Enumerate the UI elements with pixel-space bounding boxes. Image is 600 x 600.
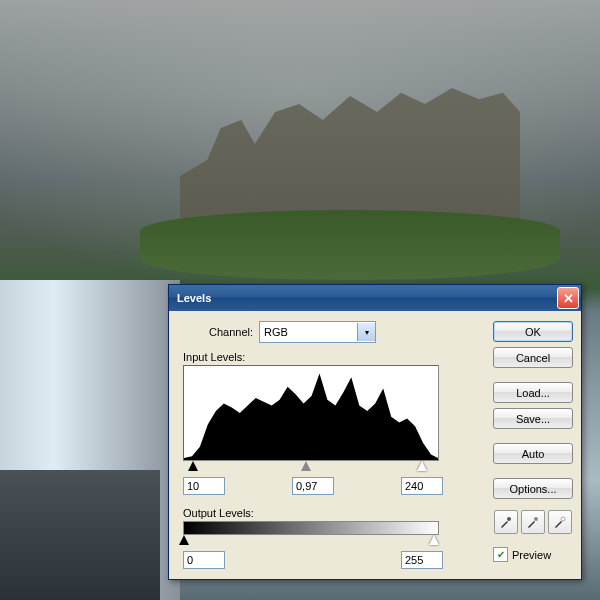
input-white-slider[interactable] (417, 461, 427, 471)
input-mid-field[interactable] (292, 477, 334, 495)
svg-point-2 (534, 517, 538, 521)
titlebar[interactable]: Levels ✕ (169, 285, 581, 311)
input-values-row (183, 477, 443, 495)
histogram (183, 365, 439, 461)
svg-point-3 (561, 517, 565, 521)
auto-button[interactable]: Auto (493, 443, 573, 464)
ok-button[interactable]: OK (493, 321, 573, 342)
eyedropper-row (493, 510, 573, 534)
svg-marker-0 (184, 374, 438, 461)
channel-label: Channel: (209, 326, 253, 338)
output-values-row (183, 551, 443, 569)
input-levels-label: Input Levels: (183, 351, 485, 363)
save-button[interactable]: Save... (493, 408, 573, 429)
levels-dialog: Levels ✕ Channel: RGB ▾ Input Levels: (168, 284, 582, 580)
dialog-body: Channel: RGB ▾ Input Levels: (169, 311, 581, 579)
output-black-field[interactable] (183, 551, 225, 569)
channel-value: RGB (260, 326, 357, 338)
output-black-slider[interactable] (179, 535, 189, 545)
eyedropper-black[interactable] (494, 510, 518, 534)
channel-dropdown[interactable]: RGB ▾ (259, 321, 376, 343)
channel-row: Channel: RGB ▾ (179, 321, 485, 343)
options-button[interactable]: Options... (493, 478, 573, 499)
grass-shape (140, 210, 560, 280)
input-slider-track (183, 461, 437, 475)
output-levels-label: Output Levels: (183, 507, 485, 519)
output-white-field[interactable] (401, 551, 443, 569)
left-panel: Channel: RGB ▾ Input Levels: (179, 321, 485, 569)
eyedropper-icon (526, 515, 540, 529)
close-button[interactable]: ✕ (557, 287, 579, 309)
rock-shape (0, 470, 160, 600)
right-panel: OK Cancel Load... Save... Auto Options..… (493, 321, 573, 569)
load-button[interactable]: Load... (493, 382, 573, 403)
svg-point-1 (507, 517, 511, 521)
preview-label: Preview (512, 549, 551, 561)
preview-row: ✔ Preview (493, 547, 573, 562)
close-icon: ✕ (563, 291, 574, 306)
eyedropper-gray[interactable] (521, 510, 545, 534)
eyedropper-icon (553, 515, 567, 529)
input-black-field[interactable] (183, 477, 225, 495)
cancel-button[interactable]: Cancel (493, 347, 573, 368)
dialog-title: Levels (177, 292, 557, 304)
preview-checkbox[interactable]: ✔ (493, 547, 508, 562)
eyedropper-white[interactable] (548, 510, 572, 534)
output-slider-track (183, 535, 437, 549)
input-white-field[interactable] (401, 477, 443, 495)
input-black-slider[interactable] (188, 461, 198, 471)
output-white-slider[interactable] (429, 535, 439, 545)
chevron-down-icon: ▾ (357, 323, 375, 341)
histogram-chart (184, 366, 438, 460)
output-gradient (183, 521, 439, 535)
eyedropper-icon (499, 515, 513, 529)
input-mid-slider[interactable] (301, 461, 311, 471)
